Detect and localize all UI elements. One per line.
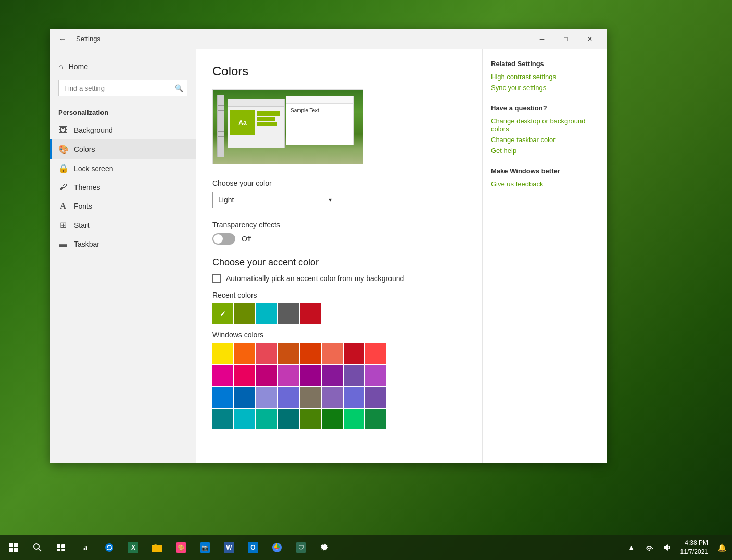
edge-icon[interactable] (98, 536, 121, 559)
minimize-button[interactable]: ─ (530, 29, 554, 49)
color-grape[interactable] (365, 387, 386, 408)
maximize-button[interactable]: □ (554, 29, 578, 49)
vpn-icon[interactable]: 🛡 (289, 536, 312, 559)
paint-icon[interactable]: 🎨 (170, 536, 193, 559)
color-yellow[interactable] (212, 343, 233, 364)
color-dark-teal[interactable] (278, 409, 299, 429)
color-row-2 (212, 365, 465, 386)
sidebar-item-themes[interactable]: 🖌 Themes (50, 178, 196, 197)
sidebar-item-fonts[interactable]: A Fonts (50, 197, 196, 215)
start-button[interactable] (2, 536, 25, 559)
recent-colors-row: ✓ (212, 303, 465, 324)
search-box: 🔍 (58, 80, 187, 96)
color-purple-dark[interactable] (300, 365, 321, 386)
search-icon: 🔍 (175, 84, 183, 92)
make-better-heading: Make Windows better (491, 167, 599, 175)
color-olive[interactable] (300, 409, 321, 429)
window-controls: ─ □ ✕ (530, 29, 602, 49)
volume-icon[interactable] (659, 536, 675, 559)
color-burnt[interactable] (300, 343, 321, 364)
feedback-link[interactable]: Give us feedback (491, 180, 599, 188)
network-icon[interactable] (641, 536, 658, 559)
sidebar-item-taskbar[interactable]: ▬ Taskbar (50, 235, 196, 253)
change-desktop-link[interactable]: Change desktop or background colors (491, 117, 599, 133)
color-orchid[interactable] (278, 365, 299, 386)
settings-window: ← Settings ─ □ ✕ ⌂ Home 🔍 Personalizatio… (50, 29, 607, 463)
color-medium-purple[interactable] (322, 387, 343, 408)
color-teal-dark[interactable] (212, 409, 233, 429)
recent-color-2[interactable] (256, 303, 277, 324)
word-icon[interactable]: W (218, 536, 241, 559)
color-orange[interactable] (234, 343, 255, 364)
explorer-icon[interactable] (146, 536, 169, 559)
sidebar-item-start[interactable]: ⊞ Start (50, 215, 196, 235)
color-plum[interactable] (344, 365, 364, 386)
recent-color-1[interactable] (234, 303, 255, 324)
svg-rect-3 (14, 548, 18, 552)
close-button[interactable]: ✕ (578, 29, 602, 49)
color-brown-gray[interactable] (300, 387, 321, 408)
color-seafoam[interactable] (256, 409, 277, 429)
color-salmon[interactable] (322, 343, 343, 364)
color-bright-red[interactable] (365, 343, 386, 364)
show-hidden-icons-button[interactable]: ▲ (623, 536, 640, 559)
photos-icon[interactable]: 📷 (194, 536, 217, 559)
color-magenta[interactable] (256, 365, 277, 386)
color-red[interactable] (344, 343, 364, 364)
color-indigo[interactable] (278, 387, 299, 408)
color-periwinkle[interactable] (344, 387, 364, 408)
outlook-icon[interactable]: O (242, 536, 264, 559)
svg-rect-1 (14, 543, 18, 547)
search-taskbar-button[interactable] (26, 536, 49, 559)
color-teal[interactable] (234, 409, 255, 429)
have-question-heading: Have a question? (491, 104, 599, 112)
auto-pick-checkbox[interactable] (212, 274, 221, 283)
sidebar-item-lock-screen[interactable]: 🔒 Lock screen (50, 159, 196, 178)
color-forest-green[interactable] (365, 409, 386, 429)
color-brick[interactable] (256, 343, 277, 364)
color-amethyst[interactable] (365, 365, 386, 386)
recent-color-3[interactable] (278, 303, 299, 324)
taskbar: a X 🎨 📷 W O 🛡 (0, 535, 732, 560)
color-blue[interactable] (212, 387, 233, 408)
chrome-icon[interactable] (266, 536, 288, 559)
high-contrast-link[interactable]: High contrast settings (491, 73, 599, 81)
amazon-icon[interactable]: a (74, 536, 97, 559)
title-bar-controls: ← Settings (55, 32, 100, 46)
accent-color-section: Choose your accent color Automatically p… (212, 257, 465, 429)
sidebar-item-home[interactable]: ⌂ Home (50, 58, 196, 75)
svg-rect-2 (9, 548, 13, 552)
color-dark-blue[interactable] (234, 387, 255, 408)
color-green[interactable] (322, 409, 343, 429)
task-view-button[interactable] (50, 536, 73, 559)
background-label: Background (74, 126, 113, 134)
clock-display[interactable]: 4:38 PM 11/7/2021 (676, 539, 712, 556)
sidebar-item-background[interactable]: 🖼 Background (50, 121, 196, 139)
change-taskbar-link[interactable]: Change taskbar color (491, 136, 599, 144)
notification-button[interactable]: 🔔 (713, 536, 730, 559)
color-dropdown[interactable]: Light ▾ (212, 192, 337, 208)
recent-color-0[interactable]: ✓ (212, 303, 233, 324)
related-settings-section: Related Settings High contrast settings … (491, 60, 599, 92)
color-emerald[interactable] (344, 409, 364, 429)
make-better-section: Make Windows better Give us feedback (491, 167, 599, 188)
excel-icon[interactable]: X (122, 536, 145, 559)
taskbar-label: Taskbar (74, 240, 99, 248)
color-lavender[interactable] (256, 387, 277, 408)
color-hot-pink[interactable] (212, 365, 233, 386)
windows-colors-grid (212, 343, 465, 429)
color-deep-pink[interactable] (234, 365, 255, 386)
sidebar-item-colors[interactable]: 🎨 Colors (50, 139, 196, 159)
back-button[interactable]: ← (55, 32, 70, 46)
transparency-toggle[interactable] (212, 233, 235, 245)
color-violet[interactable] (322, 365, 343, 386)
right-panel: Related Settings High contrast settings … (482, 49, 607, 463)
recent-color-4[interactable] (300, 303, 321, 324)
get-help-link[interactable]: Get help (491, 147, 599, 155)
lock-screen-label: Lock screen (74, 164, 113, 173)
settings-taskbar-icon[interactable] (313, 536, 336, 559)
search-input[interactable] (58, 80, 187, 96)
color-rust[interactable] (278, 343, 299, 364)
sync-settings-link[interactable]: Sync your settings (491, 84, 599, 92)
fonts-icon: A (58, 201, 68, 211)
